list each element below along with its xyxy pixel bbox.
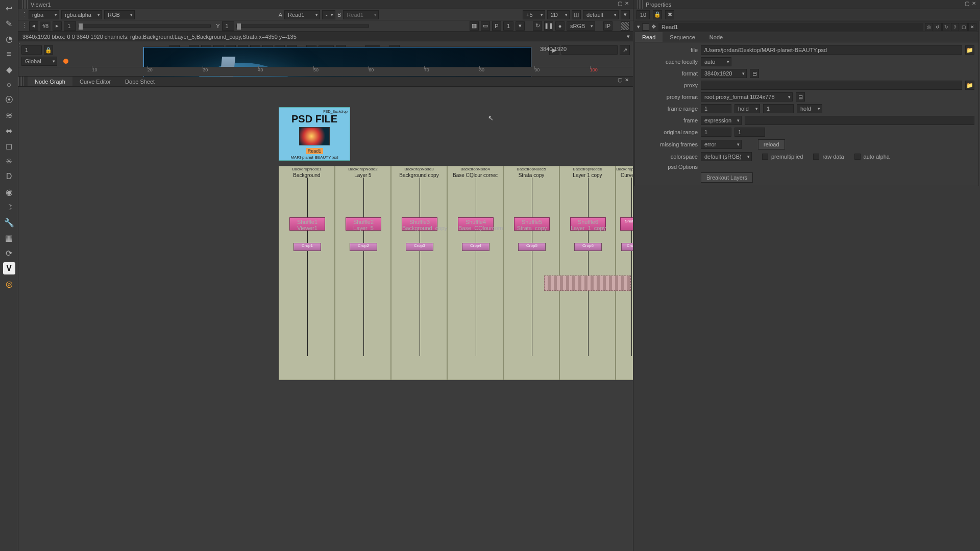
folder-icon[interactable]: 📁: [965, 81, 974, 90]
premult-checkbox[interactable]: [762, 154, 768, 160]
layer-column[interactable]: BackdropNode7Curves 2Shuffle7Crop7: [616, 166, 633, 380]
grip-icon[interactable]: ⋮: [21, 22, 27, 29]
lut-dropdown[interactable]: default: [583, 10, 619, 19]
crop-node[interactable]: Crop2: [350, 243, 377, 251]
reload-button[interactable]: reload: [758, 139, 785, 149]
grip-icon[interactable]: ⋮: [21, 11, 27, 18]
tool-refresh-icon[interactable]: ⟳: [3, 247, 15, 259]
tool-star-icon[interactable]: ✳: [3, 155, 15, 167]
shuffle-node[interactable]: Shuffle7: [620, 217, 633, 231]
alpha-dropdown[interactable]: rgba.alpha: [61, 10, 102, 19]
crop-node[interactable]: Crop6: [574, 243, 602, 251]
tool-eye-icon[interactable]: ◎: [3, 278, 15, 290]
tool-moon-icon[interactable]: ☽: [3, 201, 15, 213]
tab-dope-sheet[interactable]: Dope Sheet: [118, 77, 162, 86]
undock-icon[interactable]: ▢: [965, 1, 971, 7]
gain-dropdown[interactable]: +5: [523, 10, 545, 19]
shuffle-node[interactable]: Shuffle5Strata_copy: [514, 217, 550, 231]
gain-value[interactable]: 1: [64, 21, 76, 31]
autoalpha-checkbox[interactable]: [854, 154, 861, 160]
missing-dropdown[interactable]: error: [701, 140, 742, 149]
center-icon[interactable]: ◎: [925, 23, 933, 31]
max-panels-field[interactable]: 10: [636, 10, 650, 19]
range-last-field[interactable]: 1: [763, 104, 794, 113]
fstop-label[interactable]: f/8: [40, 21, 51, 31]
tab-read[interactable]: Read: [635, 32, 663, 42]
close-icon[interactable]: ✕: [625, 77, 631, 83]
redo-icon[interactable]: ↻: [942, 23, 950, 31]
format-dropdown[interactable]: 3840x1920: [701, 69, 747, 78]
frame-expr-field[interactable]: [745, 116, 974, 125]
overlay-icon[interactable]: ▦: [470, 21, 479, 31]
crop-node[interactable]: Crop1: [293, 243, 321, 251]
revert-icon[interactable]: ↺: [934, 23, 942, 31]
tool-pen-icon[interactable]: ✎: [3, 17, 15, 30]
gain-slider[interactable]: [78, 24, 211, 28]
shuffle-node[interactable]: Shuffle1Viewer1: [289, 217, 325, 231]
tool-d-icon[interactable]: D: [3, 170, 15, 183]
colorspace-dropdown[interactable]: default (sRGB): [701, 152, 752, 161]
viewer-cs-dropdown[interactable]: sRGB: [567, 21, 595, 31]
raw-checkbox[interactable]: [813, 154, 819, 160]
input-b-dropdown[interactable]: Read1: [343, 10, 379, 19]
orig-last-field[interactable]: 1: [734, 128, 765, 137]
timeline-ruler[interactable]: 10 20 30 40 50 60 70 80 90 100: [18, 67, 633, 76]
undock-icon[interactable]: ▢: [618, 1, 624, 7]
roi-icon[interactable]: ▭: [481, 21, 490, 31]
clip-warning-icon[interactable]: [621, 21, 630, 31]
lock-icon[interactable]: 🔒: [653, 10, 662, 19]
lut-menu-icon[interactable]: ▾: [621, 10, 630, 19]
wand-icon[interactable]: ❖: [651, 23, 656, 30]
crop-node[interactable]: Crop7: [621, 243, 633, 251]
node-graph-canvas[interactable]: PSD_Backdrop PSD FILE Read1 MARI-planet-…: [18, 87, 633, 551]
layer-column[interactable]: BackdropNode4Base CQlour correcShuffle4B…: [447, 166, 503, 380]
layer-column[interactable]: BackdropNode6Layer 1 copyShuffle6Layer_1…: [559, 166, 616, 380]
read-node[interactable]: Read1: [306, 148, 324, 154]
tool-circle-icon[interactable]: ○: [3, 79, 15, 91]
lock-icon[interactable]: 🔒: [44, 45, 53, 55]
tool-target-icon[interactable]: ◉: [3, 186, 15, 198]
grip-icon[interactable]: [18, 77, 23, 86]
range-last-mode[interactable]: hold: [797, 104, 822, 113]
scope-dropdown[interactable]: Global: [21, 57, 57, 66]
tool-clock-icon[interactable]: ◔: [3, 33, 15, 45]
crop-node[interactable]: Crop5: [518, 243, 546, 251]
wipe-dropdown[interactable]: -: [322, 10, 335, 19]
playhead-icon[interactable]: [63, 59, 68, 64]
close-icon[interactable]: ✕: [625, 1, 631, 7]
input-a-dropdown[interactable]: Read1: [284, 10, 320, 19]
cache-dropdown[interactable]: auto: [701, 57, 731, 66]
tool-diamond-icon[interactable]: ◆: [3, 63, 15, 76]
tool-grid-icon[interactable]: ▦: [3, 232, 15, 244]
node-name-field[interactable]: Read1: [658, 23, 923, 31]
help-icon[interactable]: ?: [951, 23, 959, 31]
link-icon[interactable]: ⊟: [750, 69, 759, 78]
tool-list-icon[interactable]: ≡: [3, 48, 15, 60]
proxy-icon[interactable]: P: [492, 21, 501, 31]
proxy-field[interactable]: [701, 81, 962, 90]
refresh-icon[interactable]: ↻: [533, 21, 542, 31]
clear-all-icon[interactable]: ✖: [665, 10, 674, 19]
viewer-statusbar[interactable]: 3840x1920 bbox: 0 0 3840 1920 channels: …: [18, 32, 633, 41]
tool-move-icon[interactable]: ⬌: [3, 124, 15, 137]
layer-column[interactable]: BackdropNode5Strata copyShuffle5Strata_c…: [503, 166, 559, 380]
shuffle-node[interactable]: Shuffle3Background_copy: [402, 217, 437, 231]
colorspace-dropdown[interactable]: RGB: [104, 10, 135, 19]
grip-icon[interactable]: [638, 0, 643, 9]
link-icon[interactable]: ⊟: [796, 92, 805, 102]
orig-first-field[interactable]: 1: [701, 128, 731, 137]
tab-curve-editor[interactable]: Curve Editor: [72, 77, 118, 86]
gamma-slider[interactable]: [236, 24, 369, 28]
crop-node[interactable]: Crop4: [462, 243, 489, 251]
range-first-field[interactable]: 1: [701, 104, 731, 113]
proxyfmt-dropdown[interactable]: root.proxy_format 1024x778: [701, 92, 793, 102]
layer-column[interactable]: BackdropNode3Background copyShuffle3Back…: [391, 166, 447, 380]
shuffle-node[interactable]: Shuffle4Base_CQlourcorrect: [458, 217, 494, 231]
viewmode-dropdown[interactable]: 2D: [547, 10, 570, 19]
range-first-mode[interactable]: hold: [734, 104, 760, 113]
file-field[interactable]: /Users/jordan/Desktop/MARI-planet-BEAUTY…: [701, 45, 962, 55]
expand-icon[interactable]: ↗: [620, 45, 630, 55]
close-icon[interactable]: ✕: [972, 1, 978, 7]
collapse-icon[interactable]: ▾: [637, 23, 640, 30]
folder-icon[interactable]: 📁: [965, 45, 974, 55]
